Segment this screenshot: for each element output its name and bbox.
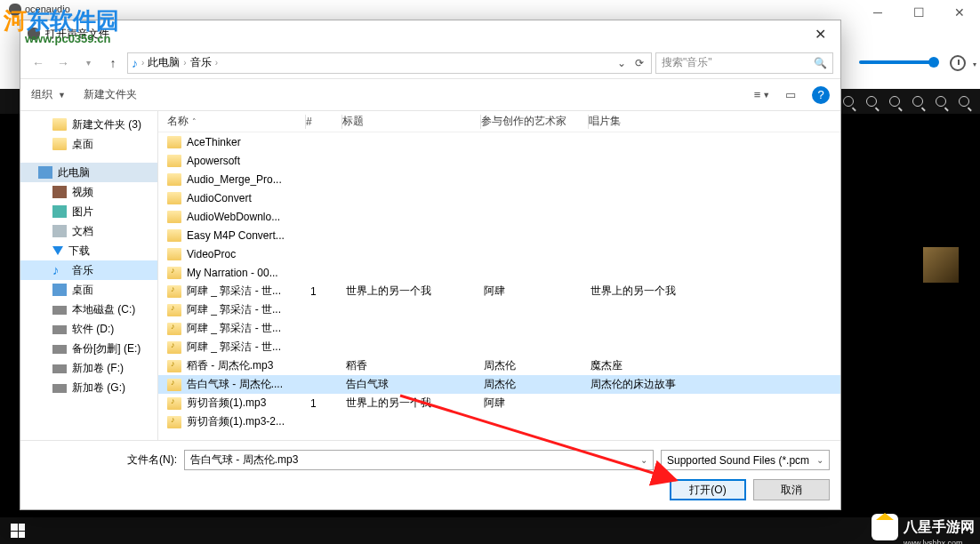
file-row[interactable]: Apowersoft (158, 151, 840, 170)
nav-item-5[interactable]: 文档 (20, 221, 157, 241)
chevron-down-icon: ⌄ (816, 455, 823, 465)
close-button[interactable]: ✕ (939, 0, 980, 25)
column-number[interactable]: # (306, 116, 341, 128)
nav-item-1[interactable]: 桌面 (20, 134, 157, 154)
folder-icon (52, 138, 67, 150)
cell-name: AceThinker (187, 136, 310, 148)
address-bar[interactable]: ♪ › 此电脑 › 音乐 › ⌄ ⟳ (127, 52, 652, 74)
file-row[interactable]: 稻香 - 周杰伦.mp3稻香周杰伦魔杰座 (158, 356, 840, 375)
nav-label: 新加卷 (F:) (72, 361, 124, 376)
nav-item-2[interactable]: 此电脑 (20, 163, 157, 182)
folder-icon (167, 192, 181, 204)
filename-dropdown-icon[interactable]: ⌄ (640, 455, 647, 465)
preview-pane-button[interactable]: ▭ (778, 85, 803, 105)
nav-item-11[interactable]: 备份[勿删] (E:) (20, 339, 157, 358)
volume-slider[interactable] (859, 60, 936, 64)
file-row[interactable]: 剪切音频(1).mp3-2... (158, 412, 840, 431)
nav-item-13[interactable]: 新加卷 (G:) (20, 378, 157, 397)
file-row[interactable]: Audio_Merge_Pro... (158, 170, 840, 188)
column-name[interactable]: 名称˄ (167, 114, 305, 129)
nav-back-button[interactable]: ← (28, 52, 49, 74)
file-list: AceThinkerApowersoftAudio_Merge_Pro...Au… (158, 132, 840, 440)
file-row[interactable]: 阿肆 _ 郭采洁 - 世... (158, 319, 840, 338)
filename-input[interactable]: 告白气球 - 周杰伦.mp3 ⌄ (184, 450, 654, 470)
video-icon (52, 186, 67, 198)
zoom-tool-5[interactable] (909, 92, 927, 110)
doc-icon (52, 225, 67, 237)
nav-item-6[interactable]: 下载 (20, 241, 157, 260)
file-row[interactable]: 阿肆 _ 郭采洁 - 世...1世界上的另一个我阿肆世界上的另一个我 (158, 282, 840, 300)
help-button[interactable]: ? (812, 86, 830, 104)
zoom-tool-6[interactable] (932, 92, 950, 110)
nav-recent-dropdown[interactable]: ▾ (77, 52, 99, 74)
watermark-url: www.pc0359.cn (25, 32, 110, 45)
address-dropdown-icon[interactable]: ⌄ (614, 57, 630, 69)
zoom-tool-3[interactable] (863, 92, 880, 110)
nav-item-9[interactable]: 本地磁盘 (C:) (20, 300, 157, 319)
cell-artist: 阿肆 (484, 396, 590, 411)
nav-label: 备份[勿删] (E:) (72, 341, 141, 356)
file-row[interactable]: VideoProc (158, 244, 840, 263)
cell-artist: 周杰伦 (484, 358, 590, 373)
maximize-button[interactable]: ☐ (898, 0, 939, 25)
column-title[interactable]: 标题 (342, 114, 480, 129)
new-folder-button[interactable]: 新建文件夹 (84, 87, 137, 102)
mp3-icon (167, 360, 181, 372)
breadcrumb-folder[interactable]: 音乐 (190, 55, 212, 70)
search-input[interactable]: 搜索"音乐" 🔍 (655, 52, 833, 74)
navigation-pane: 新建文件夹 (3)桌面此电脑视频图片文档下载♪音乐桌面本地磁盘 (C:)软件 (… (20, 111, 158, 440)
minimize-button[interactable]: ─ (857, 0, 898, 25)
refresh-icon[interactable]: ⟳ (631, 57, 647, 69)
file-row[interactable]: AudioWebDownlo... (158, 207, 840, 226)
mp3-icon (167, 285, 181, 298)
cell-title: 世界上的另一个我 (346, 396, 484, 411)
file-row[interactable]: My Narration - 00... (158, 263, 840, 282)
cell-name: My Narration - 00... (187, 267, 310, 279)
nav-label: 文档 (72, 224, 93, 239)
organize-menu[interactable]: 组织 (31, 87, 52, 102)
folder-icon (167, 211, 181, 223)
file-row[interactable]: 阿肆 _ 郭采洁 - 世... (158, 338, 840, 356)
nav-item-8[interactable]: 桌面 (20, 280, 157, 300)
nav-item-3[interactable]: 视频 (20, 182, 157, 202)
pc-icon (38, 166, 52, 179)
cell-name: 阿肆 _ 郭采洁 - 世... (187, 340, 310, 355)
open-button[interactable]: 打开(O) (670, 479, 746, 500)
mp3-icon (167, 341, 181, 354)
nav-item-0[interactable]: 新建文件夹 (3) (20, 115, 157, 134)
nav-item-12[interactable]: 新加卷 (F:) (20, 358, 157, 378)
cell-name: 剪切音频(1).mp3-2... (187, 414, 310, 429)
file-row[interactable]: 告白气球 - 周杰伦....告白气球周杰伦周杰伦的床边故事 (158, 375, 840, 394)
dialog-close-button[interactable]: ✕ (807, 26, 833, 43)
history-icon[interactable] (950, 55, 966, 71)
column-artist[interactable]: 参与创作的艺术家 (481, 114, 588, 129)
cell-album: 魔杰座 (590, 358, 840, 373)
nav-up-button[interactable]: ↑ (102, 52, 124, 74)
file-row[interactable]: 阿肆 _ 郭采洁 - 世... (158, 300, 840, 319)
nav-item-7[interactable]: ♪音乐 (20, 260, 157, 280)
nav-item-4[interactable]: 图片 (20, 202, 157, 221)
cancel-button[interactable]: 取消 (753, 479, 830, 500)
column-album[interactable]: 唱片集 (589, 114, 840, 129)
zoom-tool-2[interactable] (839, 92, 857, 110)
breadcrumb-root[interactable]: 此电脑 (148, 55, 180, 70)
cell-album: 周杰伦的床边故事 (590, 377, 840, 392)
view-options-button[interactable]: ≡▼ (750, 85, 775, 105)
nav-forward-button[interactable]: → (52, 52, 74, 74)
app-icon (9, 4, 21, 16)
filename-label: 文件名(N): (127, 452, 177, 468)
folder-icon (167, 173, 181, 186)
file-type-filter[interactable]: Supported Sound Files (*.pcm ⌄ (661, 450, 830, 470)
history-dropdown-icon[interactable]: ▾ (973, 60, 976, 68)
nav-label: 桌面 (72, 137, 93, 152)
zoom-tool-7[interactable] (955, 92, 973, 110)
cell-name: AudioConvert (187, 192, 310, 204)
zoom-tool-4[interactable] (886, 92, 904, 110)
file-row[interactable]: AceThinker (158, 132, 840, 151)
open-file-dialog: 打开声音文件 ✕ ← → ▾ ↑ ♪ › 此电脑 › 音乐 › ⌄ ⟳ 搜索"音… (20, 20, 841, 510)
nav-item-10[interactable]: 软件 (D:) (20, 319, 157, 339)
file-row[interactable]: 剪切音频(1).mp31世界上的另一个我阿肆 (158, 394, 840, 412)
start-button[interactable] (0, 517, 36, 544)
file-row[interactable]: AudioConvert (158, 188, 840, 207)
file-row[interactable]: Easy M4P Convert... (158, 226, 840, 244)
